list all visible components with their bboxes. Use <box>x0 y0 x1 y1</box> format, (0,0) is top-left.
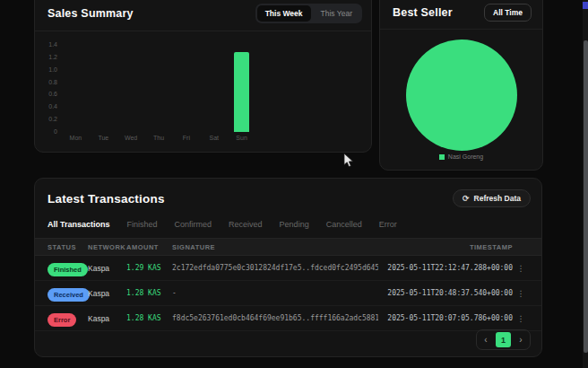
row-menu-button[interactable]: ⋮ <box>513 264 529 273</box>
column-header-network: NETWORK <box>88 243 126 251</box>
y-tick-label: 0 <box>35 128 57 135</box>
sales-summary-header: Sales Summary This WeekThis Year <box>35 0 371 31</box>
pie-chart <box>406 39 517 151</box>
refresh-icon: ⟳ <box>463 195 470 203</box>
next-page-button[interactable]: › <box>514 333 528 347</box>
chevron-right-icon: › <box>519 335 522 345</box>
timestamp-cell: 2025-05-11T20:48:37.540+00:00 <box>378 289 513 297</box>
toggle-option-this-week[interactable]: This Week <box>257 5 311 22</box>
best-seller-title: Best Seller <box>393 6 453 19</box>
pagination: ‹ 1 › <box>476 329 531 350</box>
bar <box>234 52 249 132</box>
column-header-status: STATUS <box>48 243 88 251</box>
refresh-data-button[interactable]: ⟳ Refresh Data <box>453 189 531 207</box>
pie-legend: Nasi Goreng <box>380 153 542 160</box>
kebab-menu-icon: ⋮ <box>517 289 525 298</box>
legend-label: Nasi Goreng <box>448 153 483 160</box>
tab-finished[interactable]: Finished <box>127 220 158 229</box>
amount-cell: 1.28 KAS <box>126 289 172 297</box>
bar-chart-plot <box>62 45 255 132</box>
bar-column-mon <box>62 45 90 132</box>
x-tick-label: Tue <box>90 135 117 141</box>
bar-column-wed <box>117 45 145 132</box>
x-tick-label: Sun <box>228 135 255 141</box>
bar-column-sun <box>228 45 255 132</box>
amount-cell: 1.28 KAS <box>126 314 172 322</box>
bar-column-sat <box>200 45 228 132</box>
column-header-timestamp: TIMESTAMP <box>378 243 513 251</box>
y-tick-label: 1.2 <box>35 54 57 60</box>
all-time-button[interactable]: All Time <box>484 4 532 22</box>
x-tick-label: Mon <box>62 135 90 141</box>
transactions-table-body: FinishedKaspa1.29 KAS2c172edfda0775e0c30… <box>35 256 541 331</box>
y-tick-label: 1.4 <box>35 41 57 48</box>
refresh-button-label: Refresh Data <box>474 194 521 203</box>
scrollbar-thumb[interactable] <box>584 40 588 353</box>
tab-cancelled[interactable]: Cancelled <box>326 220 362 229</box>
network-cell: Kaspa <box>88 264 126 273</box>
y-tick-label: 0.8 <box>35 79 57 85</box>
y-tick-label: 1.0 <box>35 66 57 73</box>
x-tick-label: Thu <box>145 135 173 141</box>
signature-cell: - <box>172 289 378 297</box>
bar-column-fri <box>172 45 200 132</box>
amount-cell: 1.29 KAS <box>126 264 172 272</box>
transactions-tabs: All TransactionsFinishedConfirmedReceive… <box>35 216 541 238</box>
status-cell: Received <box>48 285 88 302</box>
best-seller-header: Best Seller All Time <box>380 0 542 30</box>
column-header-amount: AMOUNT <box>126 243 172 251</box>
period-toggle: This WeekThis Year <box>255 4 362 23</box>
sales-summary-title: Sales Summary <box>48 7 134 20</box>
table-row: ErrorKaspa1.28 KASf8dc5e263761ed0cb464f6… <box>35 306 541 331</box>
mouse-cursor <box>343 153 354 172</box>
legend-item: Nasi Goreng <box>439 153 483 160</box>
x-tick-label: Sat <box>200 135 228 141</box>
best-seller-card: Best Seller All Time Nasi Goreng <box>379 0 543 171</box>
kebab-menu-icon: ⋮ <box>517 314 525 323</box>
bar-chart-x-axis: MonTueWedThuFriSatSun <box>62 135 255 141</box>
status-cell: Error <box>48 310 88 327</box>
legend-swatch <box>439 154 445 160</box>
transactions-header: Latest Transactions ⟳ Refresh Data <box>35 179 541 216</box>
bar-chart-y-axis: 1.41.21.00.80.60.40.20 <box>35 45 57 132</box>
tab-pending[interactable]: Pending <box>280 220 309 229</box>
kebab-menu-icon: ⋮ <box>517 264 525 273</box>
status-badge: Error <box>48 313 76 327</box>
transactions-title: Latest Transactions <box>48 192 165 206</box>
bar-column-tue <box>90 45 117 132</box>
signature-cell: 2c172edfda0775e0c3012824df17e5..fdced0fc… <box>172 264 378 272</box>
bar-column-thu <box>145 45 173 132</box>
tab-error[interactable]: Error <box>379 220 397 229</box>
y-tick-label: 0.2 <box>35 116 57 122</box>
sales-summary-card: Sales Summary This WeekThis Year 1.41.21… <box>34 0 372 153</box>
column-header-signature: SIGNATURE <box>172 243 378 251</box>
prev-page-button[interactable]: ‹ <box>479 333 493 347</box>
x-tick-label: Wed <box>117 135 145 141</box>
tab-all-transactions[interactable]: All Transactions <box>48 220 110 229</box>
row-menu-button[interactable]: ⋮ <box>513 289 529 298</box>
network-cell: Kaspa <box>88 314 126 323</box>
tab-confirmed[interactable]: Confirmed <box>175 220 212 229</box>
transactions-table-header: STATUSNETWORKAMOUNTSIGNATURETIMESTAMP <box>35 238 541 256</box>
scrollbar-top-marker <box>583 2 588 9</box>
latest-transactions-card: Latest Transactions ⟳ Refresh Data All T… <box>34 178 542 357</box>
toggle-option-this-year[interactable]: This Year <box>313 5 360 22</box>
page-number-button[interactable]: 1 <box>496 332 511 347</box>
status-badge: Finished <box>48 263 88 276</box>
status-badge: Received <box>48 288 90 302</box>
timestamp-cell: 2025-05-11T20:07:05.786+00:00 <box>378 314 513 322</box>
status-cell: Finished <box>48 259 88 276</box>
row-menu-button[interactable]: ⋮ <box>513 314 529 323</box>
table-row: ReceivedKaspa1.28 KAS-2025-05-11T20:48:3… <box>35 281 541 306</box>
x-tick-label: Fri <box>172 135 200 141</box>
y-tick-label: 0.4 <box>35 103 57 110</box>
table-row: FinishedKaspa1.29 KAS2c172edfda0775e0c30… <box>35 256 541 281</box>
signature-cell: f8dc5e263761ed0cb464f69ee91b65..ffff166a… <box>172 314 378 322</box>
timestamp-cell: 2025-05-11T22:12:47.288+00:00 <box>378 264 513 272</box>
tab-received[interactable]: Received <box>229 220 263 229</box>
y-tick-label: 0.6 <box>35 91 57 97</box>
chevron-left-icon: ‹ <box>484 335 487 345</box>
network-cell: Kaspa <box>88 289 126 298</box>
